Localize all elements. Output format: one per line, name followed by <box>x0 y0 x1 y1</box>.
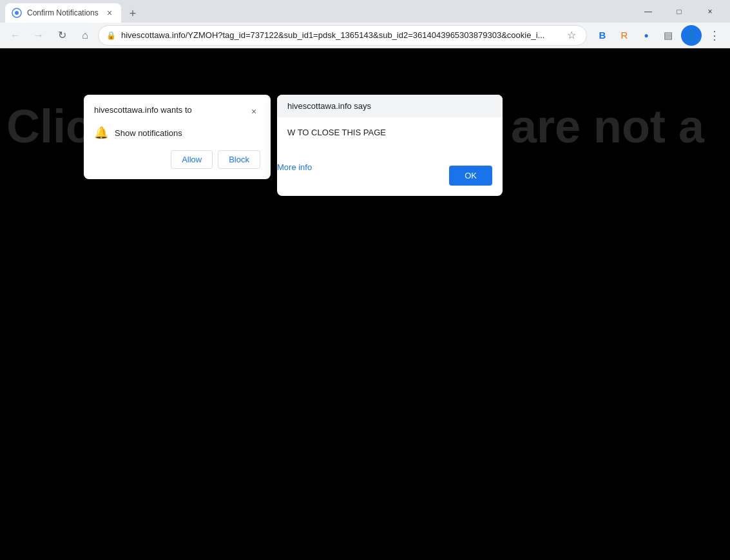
svg-point-1 <box>15 11 19 15</box>
alert-dialog-header: hivescottawa.info says <box>277 95 503 117</box>
window-controls: — □ × <box>633 1 725 22</box>
back-button[interactable]: ← <box>5 25 26 46</box>
allow-button[interactable]: Allow <box>171 150 213 169</box>
profile-icon: 👤 <box>685 29 698 41</box>
bell-icon: 🔔 <box>94 126 108 140</box>
block-button[interactable]: Block <box>218 150 260 169</box>
profile-button[interactable]: 👤 <box>681 25 702 46</box>
tab-close-button[interactable]: × <box>104 8 115 18</box>
active-tab[interactable]: Confirm Notifications × <box>5 3 121 23</box>
ok-button[interactable]: OK <box>449 166 492 186</box>
tab-favicon <box>12 8 22 18</box>
notification-permission-dialog: hivescottawa.info wants to × 🔔 Show noti… <box>84 95 271 179</box>
refresh-button[interactable]: ↻ <box>52 25 72 46</box>
chrome-menu-button[interactable]: ⋮ <box>704 25 725 46</box>
extension-button-2[interactable]: R <box>614 25 635 46</box>
notif-dialog-close-button[interactable]: × <box>247 105 260 118</box>
maximize-button[interactable]: □ <box>664 1 694 22</box>
extension-button-1[interactable]: B <box>592 25 613 46</box>
bookmark-star-button[interactable]: ☆ <box>564 26 579 44</box>
chrome-browser: Confirm Notifications × + — □ × ← → ↻ ⌂ … <box>0 0 730 560</box>
title-bar: Confirm Notifications × + — □ × <box>0 0 730 23</box>
address-text: hivescottawa.info/YZMOH?tag_id=737122&su… <box>121 30 559 40</box>
tab-strip: Confirm Notifications × + <box>5 0 628 23</box>
more-info-link[interactable]: More info <box>277 162 312 172</box>
new-tab-button[interactable]: + <box>124 5 142 23</box>
alert-dialog-body: W TO CLOSE THIS PAGE <box>277 117 503 160</box>
bg-text-right: are not a <box>511 100 704 153</box>
navigation-bar: ← → ↻ ⌂ 🔒 hivescottawa.info/YZMOH?tag_id… <box>0 23 730 48</box>
lock-icon: 🔒 <box>106 31 116 40</box>
page-content: Clic are not a hivescottawa.info wants t… <box>0 48 730 560</box>
close-window-button[interactable]: × <box>695 1 725 22</box>
extension-button-4[interactable]: ▤ <box>658 25 678 46</box>
notif-dialog-body: 🔔 Show notifications <box>94 126 260 140</box>
bg-text-left: Clic <box>6 100 91 153</box>
toolbar-extensions: B R ● ▤ <box>592 25 678 46</box>
notif-dialog-title: hivescottawa.info wants to <box>94 105 192 115</box>
alert-dialog-message: W TO CLOSE THIS PAGE <box>287 128 492 137</box>
address-bar[interactable]: 🔒 hivescottawa.info/YZMOH?tag_id=737122&… <box>98 25 587 46</box>
alert-dialog: hivescottawa.info says W TO CLOSE THIS P… <box>277 95 503 196</box>
notif-dialog-header: hivescottawa.info wants to × <box>94 105 260 118</box>
minimize-button[interactable]: — <box>633 1 663 22</box>
home-button[interactable]: ⌂ <box>75 25 95 46</box>
more-info-area: More info <box>277 161 312 173</box>
notif-dialog-description: Show notifications <box>115 128 182 138</box>
notif-dialog-actions: Allow Block <box>94 150 260 169</box>
forward-button[interactable]: → <box>28 25 49 46</box>
tab-title: Confirm Notifications <box>27 8 99 17</box>
extension-button-3[interactable]: ● <box>636 25 657 46</box>
alert-dialog-title: hivescottawa.info says <box>287 101 371 111</box>
